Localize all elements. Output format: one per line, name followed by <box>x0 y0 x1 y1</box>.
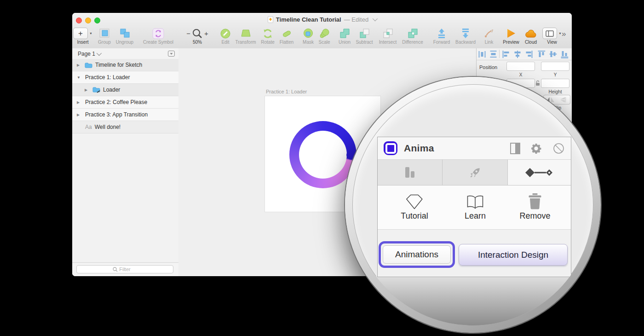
interaction-design-button[interactable]: Interaction Design <box>459 244 568 266</box>
align-top-icon[interactable] <box>538 50 546 58</box>
page-header[interactable]: Page 1 <box>72 48 178 59</box>
book-icon <box>466 195 485 209</box>
page-label: Page 1 <box>78 51 95 57</box>
filter-input[interactable] <box>76 265 173 273</box>
align-bottom-icon[interactable] <box>561 50 569 58</box>
animations-button[interactable]: Animations <box>383 245 451 264</box>
text-layer-icon: Aa <box>85 124 92 130</box>
flip-vertical-button[interactable] <box>557 95 570 104</box>
tab-timeline[interactable] <box>508 160 571 185</box>
layer-row-well-done[interactable]: Aa Well done! <box>72 121 178 133</box>
align-left-icon[interactable] <box>502 50 510 58</box>
tutorial-button[interactable]: Tutorial <box>401 189 428 221</box>
toolbar-overflow-icon[interactable]: » <box>562 29 566 39</box>
gear-icon[interactable] <box>530 143 542 154</box>
document-icon <box>268 16 273 23</box>
tab-layout[interactable] <box>378 160 443 185</box>
anima-panel: Anima Tutorial <box>377 137 571 277</box>
diamond-icon <box>406 194 423 209</box>
align-center-horizontal-icon[interactable] <box>514 50 522 58</box>
learn-button[interactable]: Learn <box>465 189 486 221</box>
y-label: Y <box>554 72 557 77</box>
disclosure-icon[interactable]: ▼ <box>77 75 81 80</box>
ungroup-icon <box>119 28 131 39</box>
remove-button[interactable]: Remove <box>519 189 550 221</box>
disable-icon[interactable] <box>553 143 564 154</box>
title-chevron-icon[interactable] <box>373 16 378 21</box>
align-right-icon[interactable] <box>525 50 533 58</box>
intersect-icon <box>383 28 393 39</box>
anima-buttons-row: Animations Interaction Design <box>378 230 571 277</box>
folder-icon <box>85 62 92 68</box>
artboard-label[interactable]: Practice 1: Loader <box>266 89 307 94</box>
animations-button-highlight: Animations <box>379 241 455 268</box>
toolbar-create-symbol[interactable]: Create Symbol <box>138 27 178 45</box>
disclosure-icon[interactable]: ▶ <box>77 63 81 67</box>
rocket-icon <box>469 167 481 179</box>
columns-icon <box>405 167 415 178</box>
x-field[interactable] <box>506 62 535 71</box>
folder-edited-icon <box>92 87 100 93</box>
y-field[interactable] <box>541 62 569 71</box>
layer-row-practice1[interactable]: ▼ Practice 1: Loader <box>72 71 178 84</box>
height-field[interactable] <box>541 79 569 88</box>
layer-row-practice3[interactable]: ▶ Practice 3: App Transition <box>72 109 178 121</box>
distribute-vertical-icon[interactable] <box>489 50 497 58</box>
anima-tab-bar <box>378 160 571 185</box>
anima-logo-icon <box>384 141 397 155</box>
lock-icon[interactable] <box>535 80 540 86</box>
keyframes-icon <box>525 168 554 178</box>
align-center-vertical-icon[interactable] <box>549 50 557 58</box>
magnifier-icon <box>192 28 203 39</box>
align-toolbar <box>477 48 572 60</box>
disclosure-icon[interactable]: ▶ <box>77 100 81 104</box>
difference-icon <box>408 28 418 39</box>
page-list-icon[interactable] <box>168 51 175 57</box>
position-label: Position <box>479 64 497 70</box>
layer-row-loader[interactable]: ▶ Loader <box>72 84 178 96</box>
layer-row-timeline-for-sketch[interactable]: ▶ Timeline for Sketch <box>72 59 178 71</box>
disclosure-icon[interactable]: ▶ <box>77 113 81 117</box>
view-icon <box>542 28 557 39</box>
height-label: Height <box>549 89 562 94</box>
lens-interior: Anima Tutorial <box>352 84 593 325</box>
trash-icon <box>528 193 542 209</box>
layer-row-practice2[interactable]: ▶ Practice 2: Coffee Please <box>72 96 178 109</box>
search-icon <box>113 267 118 272</box>
zoom-out-icon[interactable]: − <box>186 29 190 37</box>
x-label: X <box>519 72 523 77</box>
distribute-horizontal-icon[interactable] <box>478 50 486 58</box>
magnifier-lens: Anima Tutorial <box>345 77 601 333</box>
panel-toggle-icon[interactable] <box>510 143 520 154</box>
layers-sidebar: Page 1 ▶ Timeline for Sketch ▼ Practice … <box>72 48 179 276</box>
lens-shadow <box>352 276 593 325</box>
view-caret-icon: ▼ <box>558 32 562 35</box>
window-chrome: Timeline Clean Tutorial — Edited +▼ Inse… <box>72 13 572 49</box>
create-symbol-icon <box>152 28 164 39</box>
align-separator <box>499 50 500 58</box>
filter-bar <box>72 262 178 276</box>
anima-header: Anima <box>378 137 571 160</box>
disclosure-icon[interactable]: ▶ <box>85 88 89 92</box>
window-status: — Edited <box>344 16 368 23</box>
anima-actions-row: Tutorial Learn Remove <box>378 185 571 230</box>
anima-title: Anima <box>404 143 434 154</box>
titlebar: Timeline Clean Tutorial — Edited <box>72 13 572 26</box>
tab-launchpad[interactable] <box>443 160 508 185</box>
page-chevron-icon <box>97 50 102 55</box>
window-title: Timeline Clean Tutorial <box>276 16 341 23</box>
flip-vertical-icon <box>559 97 568 103</box>
